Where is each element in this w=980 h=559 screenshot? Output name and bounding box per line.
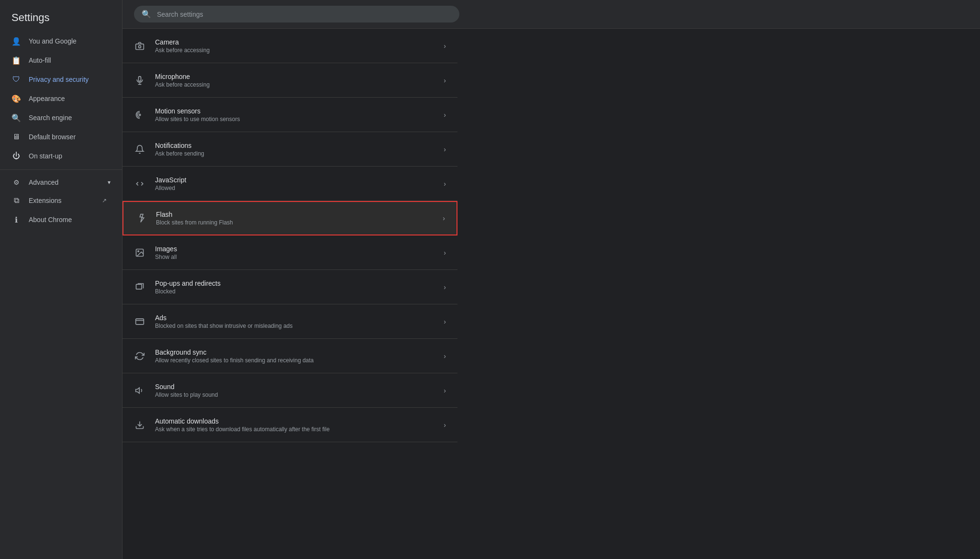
sidebar-item-label: On start-up [29,152,62,160]
search-bar: 🔍 [122,0,980,29]
flash-subtitle: Block sites from running Flash [156,219,433,226]
sidebar-item-label: Search engine [29,114,72,122]
motion-sensors-subtitle: Allow sites to use motion sensors [155,116,434,123]
extensions-label: Extensions [29,197,61,204]
settings-list: Camera Ask before accessing › Microphone… [122,29,457,442]
chevron-right-icon: › [444,111,446,119]
sidebar-item-extensions[interactable]: ⧉ Extensions ↗ [0,191,118,210]
settings-item-automatic-downloads[interactable]: Automatic downloads Ask when a site trie… [122,408,457,442]
appearance-icon: 🎨 [11,94,21,103]
sidebar-item-label: Appearance [29,95,65,102]
settings-item-javascript[interactable]: JavaScript Allowed › [122,167,457,201]
notifications-icon [134,144,145,155]
auto-fill-icon: 📋 [11,56,21,65]
microphone-icon [134,75,145,86]
settings-item-notifications[interactable]: Notifications Ask before sending › [122,132,457,167]
chevron-right-icon: › [444,387,446,394]
settings-item-flash[interactable]: Flash Block sites from running Flash › [122,201,457,235]
svg-rect-0 [136,44,144,49]
on-startup-icon: ⏻ [11,151,21,161]
images-subtitle: Show all [155,254,434,260]
sound-title: Sound [155,383,434,391]
motion-sensors-icon [134,109,145,121]
search-icon: 🔍 [142,10,151,19]
popups-icon [134,281,145,293]
settings-item-motion-sensors[interactable]: Motion sensors Allow sites to use motion… [122,98,457,132]
external-link-icon: ↗ [102,197,107,204]
about-chrome-icon: ℹ [11,215,21,224]
settings-item-microphone[interactable]: Microphone Ask before accessing › [122,63,457,98]
javascript-subtitle: Allowed [155,185,434,191]
search-container: 🔍 [134,6,459,22]
automatic-downloads-icon [134,419,145,431]
javascript-icon [134,178,145,190]
sidebar-item-default-browser[interactable]: 🖥 Default browser [0,127,118,146]
sidebar-item-label: You and Google [29,37,77,45]
svg-point-5 [139,114,140,115]
sidebar-item-you-and-google[interactable]: 👤 You and Google [0,32,118,51]
default-browser-icon: 🖥 [11,132,21,142]
sidebar-item-privacy-security[interactable]: 🛡 Privacy and security [0,70,118,89]
sidebar-item-about-chrome[interactable]: ℹ About Chrome [0,210,118,229]
extensions-icon: ⧉ [11,196,21,205]
sidebar-item-on-startup[interactable]: ⏻ On start-up [0,146,118,166]
app-title: Settings [0,8,122,32]
images-title: Images [155,245,434,253]
svg-marker-11 [136,388,140,393]
settings-item-background-sync[interactable]: Background sync Allow recently closed si… [122,339,457,373]
flash-title: Flash [156,211,433,218]
flash-icon [135,212,146,224]
notifications-title: Notifications [155,142,434,149]
sidebar-item-label: Default browser [29,133,76,141]
camera-subtitle: Ask before accessing [155,47,434,54]
chevron-down-icon: ▾ [108,179,111,186]
sound-subtitle: Allow sites to play sound [155,391,434,398]
camera-title: Camera [155,38,434,46]
microphone-subtitle: Ask before accessing [155,81,434,88]
popups-title: Pop-ups and redirects [155,280,434,287]
svg-rect-9 [136,319,144,324]
background-sync-subtitle: Allow recently closed sites to finish se… [155,357,434,364]
search-input[interactable] [157,11,452,18]
about-chrome-label: About Chrome [29,216,72,224]
sidebar-item-search-engine[interactable]: 🔍 Search engine [0,108,118,127]
sidebar: Settings 👤 You and Google 📋 Auto-fill 🛡 … [0,0,122,559]
you-and-google-icon: 👤 [11,36,21,46]
privacy-security-icon: 🛡 [11,75,21,84]
settings-content: Camera Ask before accessing › Microphone… [122,29,980,559]
advanced-label: Advanced [29,179,58,186]
sidebar-divider [0,169,122,170]
advanced-icon: ⚙ [11,179,21,186]
settings-item-ads[interactable]: Ads Blocked on sites that show intrusive… [122,304,457,339]
chevron-right-icon: › [444,145,446,153]
camera-icon [134,40,145,52]
ads-subtitle: Blocked on sites that show intrusive or … [155,323,434,329]
automatic-downloads-subtitle: Ask when a site tries to download files … [155,426,434,433]
chevron-right-icon: › [443,214,445,222]
svg-point-1 [139,45,141,48]
chevron-right-icon: › [444,283,446,291]
settings-item-popups[interactable]: Pop-ups and redirects Blocked › [122,270,457,304]
svg-rect-8 [136,284,142,289]
main-content: 🔍 Camera Ask before accessing › Micropho… [122,0,980,559]
ads-title: Ads [155,314,434,322]
chevron-right-icon: › [444,352,446,360]
sidebar-item-appearance[interactable]: 🎨 Appearance [0,89,118,108]
settings-item-camera[interactable]: Camera Ask before accessing › [122,29,457,63]
settings-item-images[interactable]: Images Show all › [122,235,457,270]
popups-subtitle: Blocked [155,288,434,295]
notifications-subtitle: Ask before sending [155,150,434,157]
sidebar-item-label: Auto-fill [29,56,51,64]
chevron-right-icon: › [444,42,446,50]
svg-point-7 [138,250,139,252]
chevron-right-icon: › [444,421,446,429]
sidebar-item-advanced[interactable]: ⚙ Advanced ▾ [0,174,122,191]
background-sync-icon [134,350,145,362]
microphone-title: Microphone [155,73,434,80]
settings-item-sound[interactable]: Sound Allow sites to play sound › [122,373,457,408]
sidebar-item-auto-fill[interactable]: 📋 Auto-fill [0,51,118,70]
javascript-title: JavaScript [155,176,434,184]
chevron-right-icon: › [444,180,446,188]
images-icon [134,247,145,258]
motion-sensors-title: Motion sensors [155,107,434,115]
